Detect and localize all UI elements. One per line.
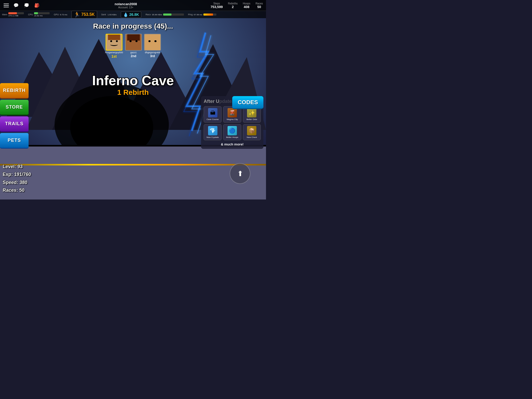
hoops-stat: Hoops 408: [243, 2, 250, 9]
race-positions: Progamerguy500 1st gazo1 2nd dhgegsrogr4…: [105, 34, 161, 58]
cpu-stat: CPU 16.82 ms: [28, 12, 50, 17]
rank-2: 2nd: [131, 54, 136, 58]
left-buttons: REBIRTH STORE TRAILS PETS: [0, 83, 29, 149]
username-2: gazo1: [130, 51, 137, 54]
races-stat-bottom: Races: 50: [3, 186, 31, 194]
sent-stat: Sent 1.93 KB/s: [101, 13, 117, 16]
bottom-stats: Level: 93 Exp: 191/760 Speed: 380 Races:…: [3, 163, 31, 194]
chat-icon[interactable]: 💬: [12, 1, 20, 10]
race-position-3: dhgegsrogr4dr 3rd: [144, 34, 161, 58]
jump-arrow-icon: ⬆: [237, 169, 243, 178]
trails-button[interactable]: TRAILS: [0, 116, 29, 132]
username-3: dhgegsrogr4dr: [145, 51, 160, 54]
race-progress: Race in progress (45)...: [93, 22, 173, 30]
much-more-text: & much more!: [204, 142, 261, 146]
performance-bar: Mem 375.11 MB CPU 16.82 ms GPU 9.73 ms 🏃…: [0, 11, 266, 18]
level-stat: Level: 93: [3, 163, 31, 171]
race-status: Race in progress (45)...: [93, 22, 173, 30]
speech-icon[interactable]: 💭: [22, 1, 31, 10]
player-info: nolancan2008 Account: 13+: [41, 2, 210, 9]
exp-stat: Exp: 191/760: [3, 170, 31, 178]
race-position-1: Progamerguy500 1st: [105, 34, 123, 58]
steps-stat: Steps 753,599: [210, 2, 223, 9]
avatar-3: [144, 34, 161, 51]
recv-stat: Recv 35.96 KB/s: [145, 13, 184, 16]
races-stat: Races 50: [256, 2, 263, 9]
store-button[interactable]: STORE: [0, 100, 29, 115]
zone-requirement: 1 Rebirth: [92, 88, 174, 97]
update-new-crystals[interactable]: 💎 New Crystals: [204, 124, 222, 141]
player-name: nolancan2008: [41, 2, 210, 6]
top-icons: 💬 💭 🎒: [12, 1, 41, 10]
update-new-chest[interactable]: 📦 New Chest: [243, 124, 261, 141]
mem-stat: Mem 375.11 MB: [2, 12, 24, 17]
update-better-hoops[interactable]: 🔵 Better Hoops: [223, 124, 241, 141]
avatar-2: [125, 34, 142, 51]
avatar-1: [105, 34, 122, 51]
speed-stat: Speed: 380: [3, 178, 31, 187]
player-account: Account: 13+: [41, 6, 210, 9]
stats-right: Steps 753,599 Rebirths 2 Hoops 408 Races…: [210, 2, 266, 9]
zone-name: Inferno Cave: [92, 73, 174, 88]
zone-title: Inferno Cave 1 Rebirth: [92, 73, 174, 97]
ping-stat: Ping 67.98 ms: [188, 13, 216, 16]
pets-button[interactable]: PETS: [0, 133, 29, 149]
ground-bar: [0, 164, 266, 165]
gpu-display: 🏃 753.5K: [71, 11, 97, 18]
gpu-label-stat: GPU 9.73 ms: [54, 13, 67, 16]
menu-button[interactable]: [2, 1, 11, 10]
rank-3: 3rd: [150, 54, 155, 58]
update-cave-course[interactable]: 🏔 Cave Course: [204, 106, 222, 123]
svg-rect-9: [0, 145, 266, 200]
rank-1: 1st: [111, 54, 117, 58]
update-grid: 🏔 Cave Course 🌋 Magma City ✨ Better Orbs…: [204, 106, 261, 140]
username-1: Progamerguy500: [105, 51, 123, 54]
rebirths-stat: Rebirths 2: [228, 2, 237, 9]
rebirth-button[interactable]: REBIRTH: [0, 83, 29, 99]
jump-button[interactable]: ⬆: [230, 163, 250, 184]
bag-icon[interactable]: 🎒: [33, 1, 41, 10]
top-bar: 💬 💭 🎒 nolancan2008 Account: 13+ Steps 75…: [0, 0, 266, 11]
sent-display: 💧 26.8K: [121, 11, 141, 18]
codes-button[interactable]: CODES: [232, 96, 263, 109]
race-position-2: gazo1 2nd: [125, 34, 142, 58]
